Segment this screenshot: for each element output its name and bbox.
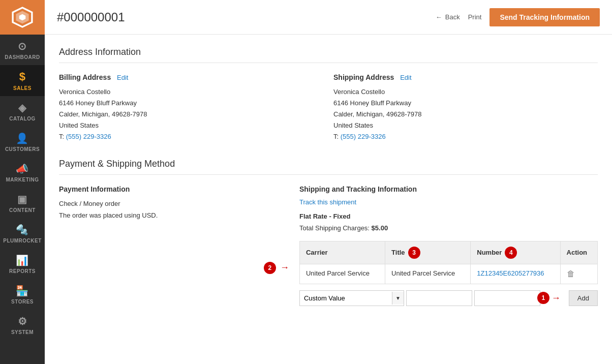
add-tracking-button[interactable]: Add [569, 290, 598, 306]
page-title: #000000001 [57, 10, 436, 24]
page-content: Address Information Billing Address Edit… [45, 35, 612, 364]
system-icon: ⚙ [18, 315, 27, 327]
badge-3: 3 [408, 247, 420, 259]
shipping-name: Veronica Costello [333, 88, 385, 96]
shipping-phone[interactable]: (555) 229-3326 [341, 133, 386, 140]
billing-country: United States [59, 122, 99, 129]
add-tracking-form: Custom Value United Parcel Service Unite… [299, 290, 598, 306]
badge-1: 1 [537, 292, 549, 304]
sidebar-item-plumrocket[interactable]: 🔩 PLUMROCKET [0, 218, 45, 249]
sidebar-item-sales[interactable]: $ SALES [0, 65, 45, 96]
billing-phone[interactable]: (555) 229-3326 [66, 133, 111, 140]
plumrocket-icon: 🔩 [16, 224, 29, 236]
payment-note: The order was placed using USD. [59, 211, 158, 219]
sidebar-item-customers[interactable]: 👤 CUSTOMERS [0, 127, 45, 157]
reports-icon: 📊 [16, 254, 29, 266]
shipping-rate-name: Flat Rate - Fixed [299, 213, 350, 220]
billing-edit-link[interactable]: Edit [117, 74, 128, 81]
send-tracking-button[interactable]: Send Tracking Information [489, 8, 600, 26]
col-action: Action [560, 241, 597, 264]
sidebar-item-system[interactable]: ⚙ SYSTEM [0, 310, 45, 340]
header-actions: ← Back Print Send Tracking Information [436, 8, 600, 26]
shipping-street: 6146 Honey Bluff Parkway [333, 99, 411, 107]
payment-block: Payment Information Check / Money order … [59, 185, 289, 306]
col-carrier: Carrier [299, 241, 385, 264]
tracking-title-input[interactable] [406, 290, 472, 306]
badge-4: 4 [505, 247, 517, 259]
carrier-select-arrow: ▼ [392, 292, 404, 305]
shipping-edit-link[interactable]: Edit [400, 74, 411, 81]
sidebar-item-catalog[interactable]: ◈ CATALOG [0, 96, 45, 127]
address-section-title: Address Information [59, 47, 598, 63]
badge-2: 2 [264, 262, 276, 274]
sidebar-item-content[interactable]: ▣ CONTENT [0, 188, 45, 218]
payment-section-title: Payment & Shipping Method [59, 159, 598, 175]
page-header: #000000001 ← Back Print Send Tracking In… [45, 0, 612, 35]
badge-2-arrow: → [280, 262, 289, 273]
address-grid: Billing Address Edit Veronica Costello 6… [59, 73, 598, 142]
shipping-address-heading: Shipping Address Edit [333, 73, 598, 81]
stores-icon: 🏪 [16, 285, 29, 297]
content-icon: ▣ [17, 193, 27, 205]
row-carrier: United Parcel Service [299, 264, 385, 284]
marketing-icon: 📣 [16, 163, 29, 175]
catalog-icon: ◈ [18, 102, 26, 114]
col-title: Title 3 [385, 241, 471, 264]
shipping-tracking-heading: Shipping and Tracking Information [299, 185, 598, 193]
track-shipment-link[interactable]: Track this shipment [299, 198, 356, 206]
billing-city-state: Calder, Michigan, 49628-7978 [59, 110, 147, 118]
billing-name: Veronica Costello [59, 88, 110, 96]
shipping-country: United States [333, 122, 373, 129]
customers-icon: 👤 [16, 132, 29, 144]
tracking-number-input[interactable] [474, 290, 540, 306]
sales-icon: $ [19, 70, 26, 83]
badge-2-area: 2 → [59, 262, 289, 274]
tracking-table: Carrier Title 3 Number 4 [299, 241, 598, 284]
delete-tracking-button[interactable]: 🗑 [567, 269, 575, 278]
print-button[interactable]: Print [468, 13, 482, 21]
tracking-row: United Parcel Service United Parcel Serv… [299, 264, 597, 284]
logo[interactable] [0, 0, 45, 35]
billing-street: 6146 Honey Bluff Parkway [59, 99, 137, 107]
back-button[interactable]: ← Back [436, 13, 460, 21]
arrow-left-icon: ← [436, 13, 442, 21]
shipping-city-state: Calder, Michigan, 49628-7978 [333, 110, 421, 118]
carrier-select[interactable]: Custom Value United Parcel Service Unite… [300, 291, 392, 306]
shipping-tracking-block: Shipping and Tracking Information Track … [299, 185, 598, 306]
sidebar-item-reports[interactable]: 📊 REPORTS [0, 249, 45, 279]
row-number: 1Z12345E6205277936 [471, 264, 560, 284]
badge-1-arrow: → [552, 293, 561, 304]
sidebar: ⊙ DASHBOARD $ SALES ◈ CATALOG 👤 CUSTOMER… [0, 0, 45, 364]
billing-address-block: Billing Address Edit Veronica Costello 6… [59, 73, 323, 142]
payment-heading: Payment Information [59, 185, 289, 193]
row-action: 🗑 [560, 264, 597, 284]
sidebar-item-dashboard[interactable]: ⊙ DASHBOARD [0, 35, 45, 65]
sidebar-item-marketing[interactable]: 📣 MARKETING [0, 157, 45, 188]
shipping-charges: Total Shipping Charges: $5.00 [299, 224, 388, 232]
col-number: Number 4 [471, 241, 560, 264]
carrier-select-wrap: Custom Value United Parcel Service Unite… [299, 290, 404, 306]
sidebar-item-stores[interactable]: 🏪 STORES [0, 279, 45, 310]
shipping-address-block: Shipping Address Edit Veronica Costello … [333, 73, 598, 142]
main-area: #000000001 ← Back Print Send Tracking In… [45, 0, 612, 364]
dashboard-icon: ⊙ [18, 40, 27, 52]
badge-1-area: 1 → [537, 292, 561, 304]
payment-grid: Payment Information Check / Money order … [59, 185, 598, 306]
payment-method: Check / Money order [59, 200, 120, 207]
billing-address-heading: Billing Address Edit [59, 73, 323, 81]
row-title: United Parcel Service [385, 264, 471, 284]
tracking-number-link[interactable]: 1Z12345E6205277936 [477, 269, 544, 277]
